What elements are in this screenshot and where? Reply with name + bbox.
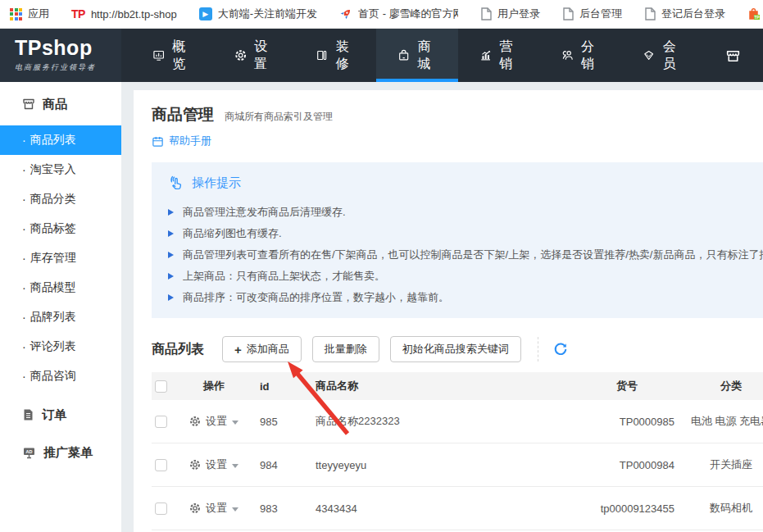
bookmark-liaoxuefeng[interactable]: 首页 - 廖雪峰的官方网 — [339, 7, 458, 21]
nav-label: 营销 — [499, 39, 518, 73]
tpshop-bag-icon: TP — [747, 7, 761, 21]
cell-category: 数码相机 — [686, 501, 763, 516]
bookmark-tpshop-url[interactable]: TP http://bb2t.tp-shop — [71, 7, 177, 20]
bookmark-admin[interactable]: 后台管理 — [562, 7, 622, 21]
help-link-label: 帮助手册 — [169, 134, 211, 148]
cell-name: 商品名称2232323 — [301, 414, 579, 429]
sidebar-section-goods[interactable]: 商品 — [0, 90, 121, 118]
bookmark-label: http://bb2t.tp-shop — [91, 8, 177, 20]
settings-dropdown[interactable]: 设置 — [189, 457, 238, 472]
row-checkbox[interactable] — [155, 416, 167, 428]
plus-icon: + — [234, 343, 242, 357]
mall-icon — [397, 47, 410, 64]
select-all-checkbox[interactable] — [155, 380, 167, 393]
section-label: 商品 — [43, 97, 67, 112]
tip-item: 商品管理列表可查看所有的在售/下架商品，也可以控制商品是否下架/上架，选择是否设… — [168, 244, 763, 266]
settings-icon — [234, 47, 247, 64]
init-search-keywords-button[interactable]: 初始化商品搜索关键词 — [390, 336, 521, 362]
bookmark-user-login[interactable]: 用户登录 — [480, 7, 540, 21]
tip-item: 商品管理注意发布商品后清理缓存. — [168, 202, 763, 223]
tp-favicon: TP — [71, 7, 85, 20]
page-icon — [644, 7, 656, 20]
bookmark-label: 后台管理 — [579, 7, 622, 21]
nav-label: 概览 — [172, 39, 191, 73]
cell-id: 985 — [247, 416, 301, 428]
sidebar-item-goods-list[interactable]: ·商品列表 — [0, 125, 121, 155]
settings-label: 设置 — [206, 457, 227, 472]
bookmark-storefront-site[interactable]: TP 前台 — [747, 7, 763, 21]
sidebar-item-goods-model[interactable]: ·商品模型 — [0, 273, 121, 302]
cell-category: 开关插座 — [686, 457, 763, 472]
content-card: 商品管理 商城所有商品索引及管理 帮助手册 操作提示 商品管理注意发布商品后清理… — [134, 90, 763, 532]
gear-icon — [189, 416, 201, 427]
overview-icon — [152, 47, 165, 64]
logo[interactable]: TPshop 电商服务行业领导者 — [0, 29, 121, 82]
col-header-id: id — [247, 380, 301, 393]
batch-delete-button[interactable]: 批量删除 — [312, 336, 379, 362]
cell-name: tteyyeyeyu — [301, 459, 579, 471]
decorate-icon — [316, 47, 328, 64]
button-label: 批量删除 — [325, 342, 367, 357]
list-toolbar: 商品列表 +添加商品 批量删除 初始化商品搜索关键词 — [152, 336, 568, 362]
sidebar: 商品 ·商品列表 ·淘宝导入 ·商品分类 ·商品标签 ·库存管理 ·商品模型 ·… — [0, 82, 121, 532]
button-label: 添加商品 — [247, 342, 289, 357]
bookmark-apps[interactable]: 应用 — [10, 7, 49, 21]
cell-sku: TP0000985 — [579, 416, 686, 428]
arrow-bullet-icon — [168, 273, 174, 280]
goods-table: 操作 id 商品名称 货号 分类 设置 985 商品名称2232323 TP00… — [152, 372, 763, 530]
member-icon — [643, 47, 655, 64]
sidebar-item-goods-inquiry[interactable]: ·商品咨询 — [0, 361, 121, 391]
tip-text: 上架商品：只有商品上架状态，才能售卖。 — [183, 269, 385, 284]
settings-label: 设置 — [206, 414, 227, 429]
settings-dropdown[interactable]: 设置 — [189, 501, 238, 516]
calendar-icon — [152, 135, 164, 148]
sidebar-item-review-list[interactable]: ·评论列表 — [0, 332, 121, 361]
help-manual-link[interactable]: 帮助手册 — [152, 134, 211, 148]
chevron-down-icon — [232, 421, 238, 425]
sidebar-section-orders[interactable]: 订单 — [0, 401, 121, 429]
dashed-divider — [538, 337, 538, 361]
row-checkbox[interactable] — [155, 459, 167, 471]
main-nav: 概览 设置 装修 商城 营销 分销 会员 — [131, 29, 763, 82]
hand-click-icon — [168, 175, 184, 191]
tip-text: 商品管理列表可查看所有的在售/下架商品，也可以控制商品是否下架/上架，选择是否设… — [183, 248, 763, 262]
bookmarks-bar: 应用 TP http://bb2t.tp-shop ▶ 大前端-关注前端开发 首… — [0, 0, 763, 29]
nav-member[interactable]: 会员 — [621, 29, 703, 82]
bullet-dot: · — [22, 193, 26, 206]
sidebar-item-goods-category[interactable]: ·商品分类 — [0, 184, 121, 214]
nav-label: 分销 — [581, 39, 600, 73]
app-header: TPshop 电商服务行业领导者 概览 设置 装修 商城 营销 分销 — [0, 29, 763, 82]
bookmark-frontend-dev[interactable]: ▶ 大前端-关注前端开发 — [199, 7, 317, 21]
refresh-icon[interactable] — [553, 342, 568, 357]
page-header: 商品管理 商城所有商品索引及管理 — [152, 104, 333, 125]
col-header-op: 操作 — [181, 379, 247, 393]
nav-label: 商城 — [418, 39, 437, 73]
nav-settings[interactable]: 设置 — [213, 29, 295, 82]
logo-tagline: 电商服务行业领导者 — [15, 62, 121, 73]
sidebar-item-stock[interactable]: ·库存管理 — [0, 243, 121, 273]
sidebar-item-goods-tags[interactable]: ·商品标签 — [0, 214, 121, 243]
bookmark-register-admin[interactable]: 登记后台登录 — [644, 7, 725, 21]
nav-distribution[interactable]: 分销 — [540, 29, 622, 82]
bullet-dot: · — [22, 340, 26, 353]
col-header-sku: 货号 — [579, 379, 686, 393]
row-checkbox[interactable] — [155, 502, 167, 515]
chevron-down-icon — [232, 507, 238, 512]
sidebar-section-promo-menu[interactable]: AD 推广菜单 — [0, 439, 121, 466]
settings-dropdown[interactable]: 设置 — [189, 414, 238, 429]
bookmark-label: 登记后台登录 — [661, 7, 725, 21]
nav-overview[interactable]: 概览 — [131, 29, 213, 82]
sidebar-item-taobao-import[interactable]: ·淘宝导入 — [0, 155, 121, 184]
add-goods-button[interactable]: +添加商品 — [222, 336, 302, 362]
bookmark-label: 用户登录 — [497, 7, 540, 21]
table-row: 设置 985 商品名称2232323 TP0000985 电池 电源 充电器 — [152, 400, 763, 443]
sidebar-item-brand-list[interactable]: ·品牌列表 — [0, 302, 121, 332]
sidebar-item-label: 淘宝导入 — [30, 162, 76, 177]
nav-mall[interactable]: 商城 — [376, 29, 458, 82]
nav-store[interactable] — [703, 29, 763, 82]
chevron-down-icon — [232, 464, 238, 468]
bookmark-label: 大前端-关注前端开发 — [218, 7, 317, 21]
nav-decorate[interactable]: 装修 — [294, 29, 376, 82]
shop-icon — [22, 98, 35, 111]
nav-marketing[interactable]: 营销 — [458, 29, 540, 82]
